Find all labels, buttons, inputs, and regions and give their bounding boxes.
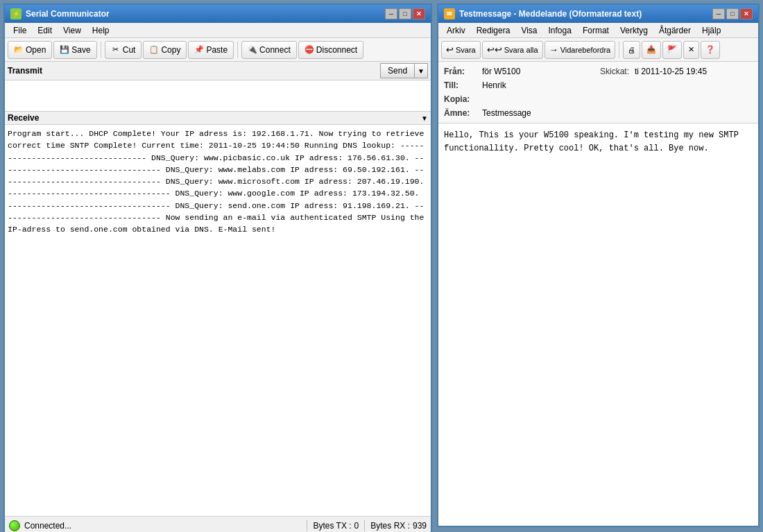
transmit-input-area [5, 80, 431, 112]
to-row: Till: Henrik [444, 78, 753, 92]
receive-dropdown-icon[interactable]: ▼ [421, 114, 428, 122]
connect-icon: 🔌 [248, 45, 257, 55]
email-menu-visa[interactable]: Visa [515, 24, 542, 37]
serial-menu-edit[interactable]: Edit [32, 24, 58, 37]
email-body: Hello, This is your W5100 speaking. I'm … [438, 123, 758, 526]
serial-statusbar: Connected... Bytes TX : 0 Bytes RX : 939 [5, 516, 431, 532]
email-window: ✉ Testmessage - Meddelande (Oformaterad … [437, 3, 760, 527]
transmit-header: Transmit Send ▼ [5, 62, 431, 80]
serial-close-button[interactable]: ✕ [413, 8, 425, 19]
email-icon-3: 🚩 [667, 45, 677, 54]
email-toolbar: ↩ Svara ↩↩ Svara alla → Vidarebefordra 🖨… [438, 38, 758, 62]
paste-button[interactable]: 📌 Paste [188, 41, 234, 59]
paste-label: Paste [206, 45, 228, 55]
to-value: Henrik [482, 80, 753, 90]
serial-minimize-button[interactable]: ─ [385, 8, 397, 19]
print-icon: 🖨 [628, 46, 635, 54]
serial-toolbar: 📂 Open 💾 Save ✂ Cut 📋 Copy 📌 Paste 🔌 Con… [5, 38, 431, 62]
save-button[interactable]: 💾 Save [53, 41, 96, 59]
serial-app-icon: ⚡ [10, 8, 22, 19]
bytes-rx-label: Bytes RX : [370, 521, 410, 531]
from-label: Från: [444, 67, 482, 76]
subject-label: Ämne: [444, 108, 482, 118]
transmit-label: Transmit [8, 66, 380, 76]
svara-button[interactable]: ↩ Svara [441, 41, 481, 59]
send-dropdown-button[interactable]: ▼ [414, 63, 428, 78]
toolbar-sep-1 [101, 42, 101, 58]
connection-indicator [9, 520, 20, 531]
subject-row: Ämne: Testmessage [444, 106, 753, 120]
print-button[interactable]: 🖨 [623, 41, 640, 59]
bytes-tx-label: Bytes TX : [313, 521, 351, 531]
delete-icon: ✕ [688, 45, 694, 54]
serial-menubar: File Edit View Help [5, 23, 431, 38]
open-icon: 📂 [14, 45, 24, 55]
email-toolbar-sep-1 [619, 42, 619, 58]
email-toolbar-btn-2[interactable]: 📥 [642, 41, 661, 59]
paste-icon: 📌 [194, 45, 204, 55]
sent-label: Skickat: [600, 67, 629, 76]
email-menu-format[interactable]: Format [577, 24, 615, 37]
connect-label: Connect [259, 45, 291, 55]
serial-titlebar: ⚡ Serial Communicator ─ □ ✕ [5, 5, 431, 23]
serial-window-title: Serial Communicator [26, 9, 385, 19]
save-icon: 💾 [60, 45, 69, 55]
email-fields: Från: för W5100 Skickat: ti 2011-10-25 1… [438, 62, 758, 123]
email-maximize-button[interactable]: □ [726, 8, 739, 19]
email-titlebar: ✉ Testmessage - Meddelande (Oformaterad … [438, 5, 758, 23]
from-value: för W5100 [482, 67, 600, 76]
to-label: Till: [444, 80, 482, 90]
email-menu-verktyg[interactable]: Verktyg [615, 24, 653, 37]
toolbar-sep-2 [237, 42, 238, 58]
email-menu-arkiv[interactable]: Arkiv [441, 24, 471, 37]
disconnect-label: Disconnect [316, 45, 357, 55]
help-icon: ❓ [705, 45, 715, 54]
svara-alla-button[interactable]: ↩↩ Svara alla [482, 41, 543, 59]
serial-maximize-button[interactable]: □ [399, 8, 411, 19]
subject-value: Testmessage [482, 108, 753, 118]
svara-alla-label: Svara alla [504, 46, 538, 54]
serial-communicator-window: ⚡ Serial Communicator ─ □ ✕ File Edit Vi… [3, 3, 432, 532]
receive-output[interactable]: Program start... DHCP Complete! Your IP … [5, 125, 431, 516]
connect-button[interactable]: 🔌 Connect [241, 41, 297, 59]
connection-status: Connected... [24, 521, 301, 531]
cc-row: Kopia: [444, 92, 753, 106]
email-close-button[interactable]: ✕ [740, 8, 753, 19]
email-toolbar-btn-3[interactable]: 🚩 [662, 41, 682, 59]
disconnect-button[interactable]: ⛔ Disconnect [298, 41, 363, 59]
disconnect-icon: ⛔ [305, 45, 314, 55]
email-menu-infoga[interactable]: Infoga [543, 24, 577, 37]
open-button[interactable]: 📂 Open [8, 41, 52, 59]
delete-button[interactable]: ✕ [683, 41, 699, 59]
cut-button[interactable]: ✂ Cut [105, 41, 142, 59]
status-sep-2 [364, 520, 365, 531]
email-minimize-button[interactable]: ─ [712, 8, 725, 19]
svara-icon: ↩ [446, 44, 454, 55]
serial-menu-file[interactable]: File [8, 24, 32, 37]
sent-value: ti 2011-10-25 19:45 [635, 67, 753, 76]
copy-icon: 📋 [149, 45, 159, 55]
copy-button[interactable]: 📋 Copy [143, 41, 187, 59]
open-label: Open [26, 45, 46, 55]
serial-menu-help[interactable]: Help [87, 24, 115, 37]
save-label: Save [71, 45, 90, 55]
transmit-input[interactable] [6, 82, 429, 110]
cut-label: Cut [123, 45, 136, 55]
status-sep-1 [307, 520, 307, 531]
receive-label: Receive [8, 113, 421, 123]
serial-menu-view[interactable]: View [58, 24, 87, 37]
email-menubar: Arkiv Redigera Visa Infoga Format Verkty… [438, 23, 758, 38]
email-menu-redigera[interactable]: Redigera [471, 24, 516, 37]
serial-window-controls: ─ □ ✕ [385, 8, 425, 19]
email-window-controls: ─ □ ✕ [712, 8, 753, 19]
vidarebefordra-icon: → [549, 44, 558, 55]
help-toolbar-button[interactable]: ❓ [701, 41, 720, 59]
email-menu-hjalp[interactable]: Hjälp [696, 24, 726, 37]
cc-label: Kopia: [444, 94, 482, 104]
email-menu-atgarder[interactable]: Åtgärder [653, 24, 696, 37]
vidarebefordra-button[interactable]: → Vidarebefordra [545, 41, 616, 59]
svara-alla-icon: ↩↩ [487, 44, 502, 55]
svara-label: Svara [456, 46, 476, 54]
email-window-title: Testmessage - Meddelande (Oformaterad te… [459, 9, 712, 19]
send-button[interactable]: Send [380, 63, 414, 78]
